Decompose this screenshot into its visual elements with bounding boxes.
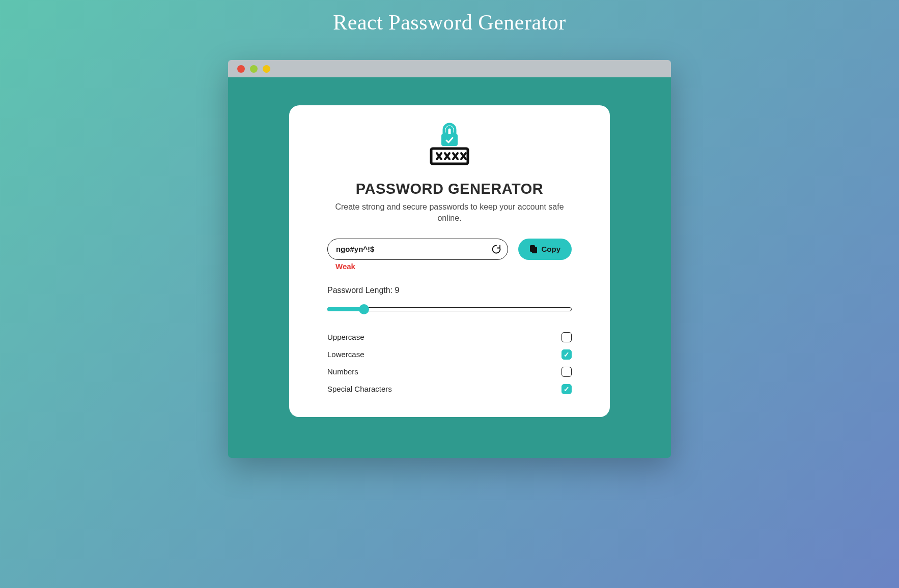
- option-label: Special Characters: [327, 385, 392, 393]
- option-row: Special Characters✓: [327, 384, 572, 394]
- card-title: PASSWORD GENERATOR: [327, 181, 572, 197]
- options-list: UppercaseLowercase✓NumbersSpecial Charac…: [327, 332, 572, 394]
- window-close-icon[interactable]: [237, 65, 245, 73]
- generator-card: PASSWORD GENERATOR Create strong and sec…: [289, 105, 610, 417]
- window-body: PASSWORD GENERATOR Create strong and sec…: [228, 77, 671, 458]
- option-checkbox[interactable]: [561, 332, 572, 342]
- copy-button[interactable]: Copy: [518, 239, 572, 260]
- checkmark-icon: ✓: [564, 385, 570, 393]
- password-value: ngo#yn^!$: [336, 245, 374, 253]
- svg-rect-11: [532, 247, 537, 253]
- svg-rect-0: [441, 134, 458, 146]
- option-label: Lowercase: [327, 350, 364, 359]
- window-maximize-icon[interactable]: [263, 65, 270, 73]
- password-output-field: ngo#yn^!$: [327, 239, 508, 260]
- window-minimize-icon[interactable]: [250, 65, 258, 73]
- option-row: Numbers: [327, 367, 572, 377]
- option-checkbox[interactable]: [561, 367, 572, 377]
- refresh-icon[interactable]: [491, 244, 501, 254]
- logo: [327, 121, 572, 171]
- option-row: Uppercase: [327, 332, 572, 342]
- strength-label: Weak: [335, 262, 572, 271]
- option-label: Uppercase: [327, 333, 364, 341]
- browser-window: PASSWORD GENERATOR Create strong and sec…: [228, 60, 671, 458]
- copy-button-label: Copy: [542, 245, 561, 253]
- option-checkbox[interactable]: ✓: [561, 349, 572, 360]
- checkmark-icon: ✓: [564, 350, 570, 359]
- window-titlebar: [228, 60, 671, 77]
- page-title: React Password Generator: [333, 10, 566, 35]
- card-subtitle: Create strong and secure passwords to ke…: [327, 201, 572, 224]
- option-label: Numbers: [327, 367, 358, 376]
- length-slider[interactable]: [327, 304, 572, 314]
- option-row: Lowercase✓: [327, 349, 572, 360]
- length-label: Password Length: 9: [327, 286, 572, 295]
- slider-thumb[interactable]: [359, 304, 369, 314]
- lock-password-icon: [423, 121, 476, 171]
- option-checkbox[interactable]: ✓: [561, 384, 572, 394]
- copy-icon: [529, 245, 538, 254]
